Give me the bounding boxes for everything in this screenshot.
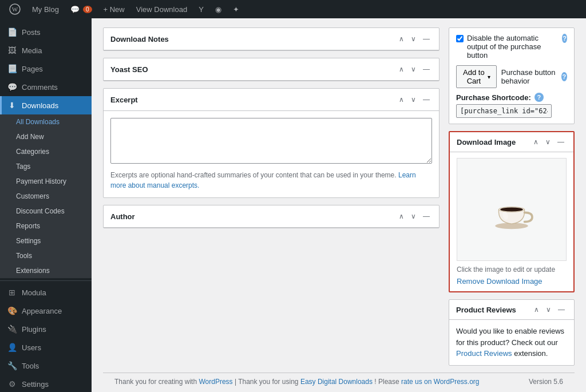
svg-point-4 [500, 207, 523, 211]
remove-download-image-link[interactable]: Remove Download Image [457, 277, 543, 286]
reviews-text: Would you like to enable reviews for thi… [456, 326, 567, 359]
disable-purchase-label: Disable the automatic output of the purc… [467, 34, 559, 60]
download-image-header: Download Image [450, 132, 573, 152]
svg-text:W: W [12, 6, 18, 13]
footer-version: Version 5.6 [529, 378, 563, 386]
shortcode-row: Purchase Shortcode: ? [456, 93, 567, 102]
sidebar-item-appearance[interactable]: 🎨 Appearance [0, 302, 92, 320]
purchase-button-body: Disable the automatic output of the purc… [449, 28, 574, 124]
sidebar-item-comments[interactable]: 💬 Comments [0, 78, 92, 96]
sidebar-item-modula[interactable]: ⊞ Modula [0, 283, 92, 302]
add-to-cart-button[interactable]: Add to Cart [456, 65, 497, 88]
excerpt-controls [397, 94, 432, 105]
disable-purchase-help[interactable]: ? [562, 34, 567, 43]
sidebar-item-pages[interactable]: 📃 Pages [0, 60, 92, 78]
sidebar-item-users[interactable]: 👤 Users [0, 338, 92, 357]
download-notes-close[interactable] [421, 34, 432, 44]
comments-count: 0 [83, 6, 92, 13]
sidebar-item-plugins[interactable]: 🔌 Plugins [0, 320, 92, 338]
download-image-area[interactable] [457, 158, 567, 261]
submenu-add-new[interactable]: Add New [0, 129, 92, 144]
submenu-extensions[interactable]: Extensions [0, 263, 92, 278]
author-metabox: Author [103, 205, 440, 228]
download-notes-header: Download Notes [104, 28, 439, 50]
download-notes-down[interactable] [409, 34, 418, 44]
submenu-discount-codes[interactable]: Discount Codes [0, 204, 92, 219]
shortcode-input-row [456, 104, 567, 118]
site-name[interactable]: My Blog [27, 0, 64, 18]
admin-sidebar: 📄 Posts 🖼 Media 📃 Pages 💬 Comments ⬇ Dow… [0, 18, 92, 392]
rate-link[interactable]: rate us on WordPress.org [401, 378, 480, 386]
product-reviews-link[interactable]: Product Reviews [456, 349, 512, 358]
download-image-controls [531, 137, 567, 147]
excerpt-down[interactable] [409, 94, 418, 105]
comments-link[interactable]: 💬 0 [66, 0, 97, 18]
shortcode-input[interactable] [456, 104, 552, 118]
product-reviews-close[interactable] [556, 304, 567, 315]
download-image-down[interactable] [543, 137, 553, 147]
purchase-behavior-label: Purchase button behavior [501, 68, 557, 85]
shortcode-help[interactable]: ? [534, 93, 544, 102]
download-notes-up[interactable] [397, 34, 406, 44]
yoast-up[interactable] [397, 64, 406, 74]
edit-sidebar: Disable the automatic output of the purc… [449, 27, 575, 373]
view-download-link[interactable]: View Download [132, 0, 192, 18]
submenu-payment-history[interactable]: Payment History [0, 174, 92, 189]
product-reviews-down[interactable] [544, 304, 553, 315]
product-reviews-body: Would you like to enable reviews for thi… [449, 320, 574, 365]
plugin-icon-2[interactable]: ✦ [228, 0, 244, 18]
sidebar-item-tools[interactable]: 🔧 Tools [0, 357, 92, 375]
new-content-menu[interactable]: + New [99, 0, 129, 18]
submenu-tools[interactable]: Tools [0, 248, 92, 263]
tools-icon: 🔧 [7, 361, 17, 370]
settings-icon: ⚙ [7, 379, 17, 389]
yoast-close[interactable] [421, 64, 432, 74]
sidebar-item-settings[interactable]: ⚙ Settings [0, 375, 92, 392]
wp-logo[interactable]: W [5, 0, 25, 18]
plugin-icon-1[interactable]: ◉ [211, 0, 226, 18]
download-notes-controls [397, 34, 432, 44]
edd-link[interactable]: Easy Digital Downloads [300, 378, 373, 386]
shortcode-label: Purchase Shortcode: [456, 93, 531, 102]
edit-main: Download Notes Yoast SEO [103, 27, 440, 373]
users-icon: 👤 [7, 343, 17, 352]
add-to-cart-row: Add to Cart Purchase button behavior ? [456, 65, 567, 88]
submenu-categories[interactable]: Categories [0, 144, 92, 159]
download-image-close[interactable] [555, 137, 567, 147]
sidebar-item-posts[interactable]: 📄 Posts [0, 23, 92, 41]
download-image-up[interactable] [531, 137, 541, 147]
yoast-controls [397, 64, 432, 74]
author-close[interactable] [421, 211, 432, 221]
submenu-tags[interactable]: Tags [0, 159, 92, 174]
footer-left: Thank you for creating with WordPress | … [114, 378, 480, 386]
yoast-down[interactable] [409, 64, 418, 74]
wordpress-link[interactable]: WordPress [199, 378, 232, 386]
yoast-icon[interactable]: Y [194, 0, 208, 18]
sidebar-item-downloads[interactable]: ⬇ Downloads [0, 96, 92, 114]
appearance-icon: 🎨 [7, 306, 17, 315]
excerpt-close[interactable] [421, 94, 432, 105]
excerpt-body: Excerpts are optional hand-crafted summa… [104, 111, 439, 197]
purchase-button-metabox: Disable the automatic output of the purc… [449, 27, 575, 124]
coffee-cup-image [486, 184, 537, 235]
submenu-customers[interactable]: Customers [0, 189, 92, 204]
product-reviews-header: Product Reviews [449, 300, 574, 320]
submenu-settings[interactable]: Settings [0, 233, 92, 248]
submenu-reports[interactable]: Reports [0, 219, 92, 233]
product-reviews-up[interactable] [532, 304, 541, 315]
author-up[interactable] [397, 211, 406, 221]
disable-purchase-checkbox[interactable] [456, 35, 464, 42]
downloads-icon: ⬇ [7, 101, 17, 110]
posts-icon: 📄 [7, 27, 17, 37]
submenu-all-downloads[interactable]: All Downloads [0, 114, 92, 129]
excerpt-header: Excerpt [104, 89, 439, 111]
excerpt-textarea[interactable] [110, 118, 432, 164]
yoast-seo-metabox: Yoast SEO [103, 58, 440, 81]
author-down[interactable] [409, 211, 418, 221]
excerpt-up[interactable] [397, 94, 406, 105]
behavior-help[interactable]: ? [561, 72, 567, 81]
excerpt-metabox: Excerpt Excerpts are optional hand-craft… [103, 88, 440, 198]
edit-layout: Download Notes Yoast SEO [103, 27, 575, 373]
download-notes-metabox: Download Notes [103, 27, 440, 51]
sidebar-item-media[interactable]: 🖼 Media [0, 41, 92, 60]
